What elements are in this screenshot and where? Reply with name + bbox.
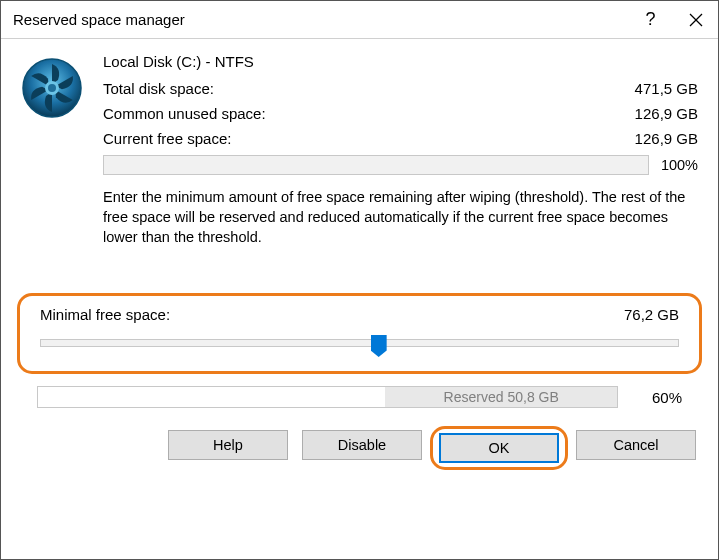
total-space-label: Total disk space:	[103, 80, 214, 97]
unused-space-value: 126,9 GB	[635, 105, 698, 122]
slider-highlight: Minimal free space: 76,2 GB	[17, 293, 702, 374]
minimal-free-slider[interactable]	[40, 333, 679, 355]
minimal-free-value: 76,2 GB	[624, 306, 679, 323]
reserved-label: Reserved 50,8 GB	[444, 389, 559, 405]
drive-name: Local Disk (C:) - NTFS	[103, 53, 698, 70]
ok-button[interactable]: OK	[439, 433, 559, 463]
minimal-free-label: Minimal free space:	[40, 306, 170, 323]
reserved-progress: Reserved 50,8 GB	[37, 386, 618, 408]
description-text: Enter the minimum amount of free space r…	[103, 187, 698, 247]
app-icon	[21, 57, 89, 119]
ok-highlight: OK	[430, 426, 568, 470]
cancel-button[interactable]: Cancel	[576, 430, 696, 460]
disable-button[interactable]: Disable	[302, 430, 422, 460]
help-icon[interactable]: ?	[628, 1, 673, 39]
free-space-label: Current free space:	[103, 130, 231, 147]
close-icon[interactable]	[673, 1, 718, 39]
unused-space-label: Common unused space:	[103, 105, 266, 122]
slider-thumb-icon[interactable]	[371, 335, 387, 357]
dialog-content: Local Disk (C:) - NTFS Total disk space:…	[1, 39, 718, 482]
free-space-progress	[103, 155, 649, 175]
free-space-value: 126,9 GB	[635, 130, 698, 147]
help-button[interactable]: Help	[168, 430, 288, 460]
free-space-percent: 100%	[661, 157, 698, 173]
svg-point-4	[48, 84, 56, 92]
reserved-percent: 60%	[630, 389, 682, 406]
titlebar: Reserved space manager ?	[1, 1, 718, 39]
window-title: Reserved space manager	[13, 11, 628, 28]
button-row: Help Disable OK Cancel	[21, 430, 698, 466]
total-space-value: 471,5 GB	[635, 80, 698, 97]
